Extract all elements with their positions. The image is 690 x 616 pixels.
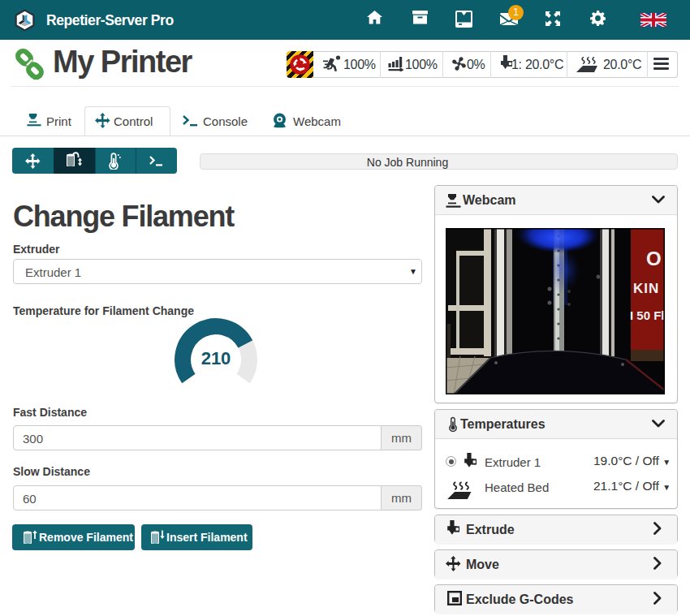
svg-text:I 50 Fl: I 50 Fl — [630, 308, 665, 322]
svg-text:210: 210 — [201, 348, 231, 368]
svg-text:O: O — [646, 248, 662, 269]
svg-text:KIN: KIN — [633, 281, 659, 296]
